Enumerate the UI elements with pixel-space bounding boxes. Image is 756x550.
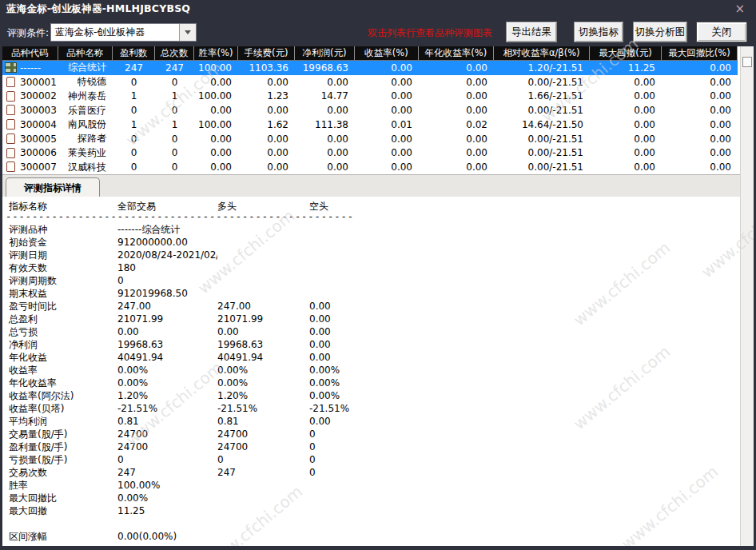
column-header[interactable]: 总次数 bbox=[155, 46, 194, 60]
detail-all-value: 19968.63 bbox=[117, 339, 217, 350]
value-cell: 0 bbox=[155, 75, 194, 90]
detail-row: 初始资金912000000.00 bbox=[2, 236, 740, 249]
value-cell: 0.00 bbox=[590, 132, 662, 146]
value-cell: 0.00 bbox=[194, 146, 238, 161]
name-cell: 特锐德 bbox=[58, 75, 113, 90]
value-cell: 1 bbox=[155, 118, 194, 132]
detail-all-value: 100.00% bbox=[117, 480, 217, 491]
detail-label: 期末权益 bbox=[2, 287, 117, 301]
value-cell: 0.00/-21.51 bbox=[494, 132, 590, 146]
column-header[interactable]: 最大回撤(元) bbox=[590, 46, 662, 60]
column-header[interactable]: 手续费(元) bbox=[238, 46, 295, 60]
switch-indicator-button[interactable]: 切换指标 bbox=[574, 22, 623, 42]
detail-row: 收益率(贝塔)-21.51%-21.51%-21.51% bbox=[2, 402, 740, 415]
column-header[interactable]: 净利润(元) bbox=[295, 46, 355, 60]
code-cell: 300007 bbox=[2, 160, 58, 174]
detail-label: 最大回撤比 bbox=[2, 492, 117, 505]
column-header[interactable]: 年化收益率(%) bbox=[419, 46, 494, 60]
vertical-scrollbar[interactable] bbox=[740, 46, 754, 548]
name-cell: 综合统计 bbox=[58, 61, 113, 75]
name-cell: 乐普医疗 bbox=[58, 103, 113, 118]
detail-all-value: 0.00% bbox=[117, 492, 217, 504]
value-cell: 0.00 bbox=[238, 75, 295, 90]
export-results-button[interactable]: 导出结果 bbox=[506, 22, 557, 42]
condition-label: 评测条件: bbox=[7, 26, 49, 40]
name-cell: 南风股份 bbox=[58, 118, 113, 132]
detail-row: 净利润19968.6319968.630.00 bbox=[2, 338, 740, 351]
value-cell: 0.00 bbox=[238, 146, 295, 161]
value-cell: 0.00 bbox=[662, 146, 738, 161]
code-cell: ------ bbox=[2, 61, 58, 75]
detail-label: 交易次数 bbox=[2, 466, 117, 480]
value-cell: 0.00/-21.51 bbox=[494, 75, 590, 90]
detail-label: 评测品种 bbox=[2, 223, 117, 237]
detail-row: 区间涨幅0.00(0.00%) bbox=[2, 530, 740, 543]
document-icon bbox=[6, 148, 15, 158]
close-button[interactable]: 关闭 bbox=[696, 22, 747, 42]
value-cell: 0.00 bbox=[355, 90, 419, 104]
code-text: 300004 bbox=[20, 119, 57, 130]
table-row[interactable]: 300003乐普医疗000.000.000.000.000.000.00/-21… bbox=[2, 103, 738, 118]
detail-short-value: 0.00% bbox=[309, 390, 437, 401]
document-icon bbox=[6, 161, 15, 172]
detail-short-value: -21.51% bbox=[309, 403, 437, 414]
value-cell: 0.00 bbox=[238, 103, 295, 118]
condition-select[interactable]: 蓝海金标-创业板神器 bbox=[50, 23, 197, 42]
toolbar: 评测条件: 蓝海金标-创业板神器 双击列表行查看品种评测图表 导出结果 切换指标… bbox=[0, 18, 756, 46]
detail-label: 初始资金 bbox=[2, 236, 117, 249]
tab-indicator-details[interactable]: 评测指标详情 bbox=[6, 177, 100, 197]
table-row[interactable]: 300002神州泰岳11100.001.2314.770.000.001.66/… bbox=[2, 90, 738, 104]
table-row[interactable]: 300001特锐德000.000.000.000.000.000.00/-21.… bbox=[2, 75, 738, 90]
details-panel: 指标名称 全部交易 多头 空头 ------------------------… bbox=[2, 197, 740, 545]
name-cell: 神州泰岳 bbox=[58, 90, 113, 104]
column-header[interactable]: 相对收益率α/β(%) bbox=[494, 46, 590, 60]
value-cell: 0.00 bbox=[355, 146, 419, 161]
detail-label: 年化收益 bbox=[2, 351, 117, 365]
value-cell: 0.00 bbox=[662, 118, 738, 132]
detail-label: 有效天数 bbox=[2, 261, 117, 275]
table-row[interactable]: 300005探路者000.000.000.000.000.000.00/-21.… bbox=[2, 132, 738, 146]
detail-label: 平均利润 bbox=[2, 415, 117, 428]
value-cell: 0.00 bbox=[590, 103, 662, 118]
window-title: 蓝海金标-创业板神器-HMLHJBCYBSQ bbox=[6, 2, 190, 16]
value-cell: 0.00 bbox=[194, 132, 238, 146]
scrollbar-thumb[interactable] bbox=[742, 57, 752, 67]
value-cell: 0.02 bbox=[419, 118, 494, 132]
detail-row: 收益率0.00%0.00%0.00% bbox=[2, 364, 740, 377]
column-header[interactable]: 盈利数 bbox=[113, 46, 155, 60]
code-cell: 300003 bbox=[2, 103, 58, 118]
value-cell: 0.00 bbox=[355, 75, 419, 90]
switch-analysis-chart-button[interactable]: 切换分析图 bbox=[633, 22, 687, 42]
detail-row: 期末权益912019968.50 bbox=[2, 287, 740, 300]
detail-all-value: 912019968.50 bbox=[117, 288, 217, 299]
value-cell: 0.00/-21.51 bbox=[494, 160, 590, 174]
document-icon bbox=[6, 105, 15, 115]
detail-row: 评测品种-------综合统计 bbox=[2, 223, 740, 236]
detail-long-value: 40491.94 bbox=[217, 352, 309, 363]
table-row[interactable]: 300004南风股份11100.001.62111.380.010.0214.6… bbox=[2, 118, 738, 132]
detail-all-value: 11.25 bbox=[117, 505, 217, 516]
value-cell: 0.00 bbox=[355, 61, 419, 75]
detail-long-value: 24700 bbox=[217, 428, 309, 440]
detail-all-value: 0.00 bbox=[117, 326, 217, 337]
column-header[interactable]: 最大回撤比(%) bbox=[662, 46, 738, 60]
table-row[interactable]: ------综合统计247247100.001103.3619968.630.0… bbox=[2, 61, 738, 75]
column-header[interactable]: 胜率(%) bbox=[194, 46, 238, 60]
chevron-down-icon[interactable] bbox=[179, 24, 196, 41]
results-table-body: ------综合统计247247100.001103.3619968.630.0… bbox=[2, 61, 738, 174]
table-row[interactable]: 300007汉威科技000.000.000.000.000.000.00/-21… bbox=[2, 160, 738, 174]
column-header[interactable]: 品种代码 bbox=[2, 46, 58, 60]
table-row[interactable]: 300006莱美药业000.000.000.000.000.000.00/-21… bbox=[2, 146, 738, 161]
column-header[interactable]: 收益率(%) bbox=[355, 46, 419, 60]
detail-all-value: 0 bbox=[117, 454, 217, 465]
detail-short-value: 0.00 bbox=[309, 313, 437, 325]
close-icon[interactable]: × bbox=[730, 3, 750, 15]
details-separator: ----------------------------------------… bbox=[2, 213, 354, 223]
detail-all-value: 0.00(0.00%) bbox=[117, 531, 217, 542]
column-header[interactable]: 品种名称 bbox=[58, 46, 113, 60]
detail-row: 交易次数2472470 bbox=[2, 466, 740, 479]
value-cell: 0.00 bbox=[419, 132, 494, 146]
detail-label: 评测周期数 bbox=[2, 274, 117, 288]
value-cell: 0.00 bbox=[355, 132, 419, 146]
value-cell: 0 bbox=[155, 132, 194, 146]
